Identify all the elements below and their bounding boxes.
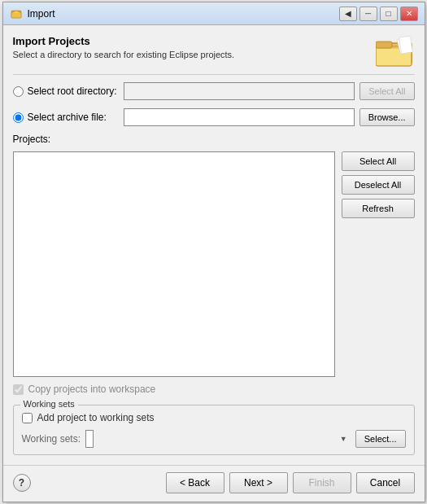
select-working-sets-button[interactable]: Select... — [355, 430, 406, 448]
back-button[interactable]: ◀ — [339, 7, 357, 21]
next-button[interactable]: Next > — [229, 472, 288, 493]
working-sets-input-row: Working sets: ▼ Select... — [22, 430, 406, 448]
working-sets-select-wrapper: ▼ — [85, 430, 351, 448]
close-button[interactable]: ✕ — [400, 7, 418, 21]
deselect-all-button[interactable]: Deselect All — [342, 175, 415, 195]
working-sets-field-label: Working sets: — [22, 433, 81, 445]
import-window: Import ◀ ─ □ ✕ Import Projects Select a … — [2, 2, 425, 502]
main-content: Import Projects Select a directory to se… — [3, 25, 425, 465]
archive-file-row: Select archive file: Browse... — [13, 107, 415, 127]
svg-rect-6 — [399, 36, 412, 54]
add-to-working-sets-checkbox[interactable] — [22, 413, 33, 423]
window-controls: ◀ ─ □ ✕ — [339, 7, 418, 21]
copy-projects-label: Copy projects into workspace — [28, 383, 156, 395]
copy-projects-checkbox[interactable] — [13, 384, 24, 395]
back-nav-button[interactable]: < Back — [166, 472, 224, 493]
projects-action-buttons: Select All Deselect All Refresh — [342, 151, 415, 377]
header-section: Import Projects Select a directory to se… — [13, 35, 415, 75]
select-arrow-icon: ▼ — [340, 435, 347, 443]
archive-file-browse-button[interactable]: Browse... — [359, 108, 415, 126]
archive-file-label[interactable]: Select archive file: — [13, 112, 119, 123]
page-title: Import Projects — [13, 35, 235, 47]
refresh-button[interactable]: Refresh — [342, 199, 415, 218]
header-folder-icon — [376, 35, 415, 68]
root-directory-input[interactable] — [124, 82, 355, 100]
archive-file-radio[interactable] — [13, 112, 24, 123]
window-icon — [10, 7, 23, 20]
working-sets-group: Working sets Add project to working sets… — [13, 405, 415, 455]
select-all-button[interactable]: Select All — [342, 151, 415, 171]
svg-rect-4 — [376, 42, 392, 48]
archive-file-input[interactable] — [124, 108, 355, 126]
working-sets-select[interactable] — [85, 430, 94, 448]
root-directory-browse-button[interactable]: Select All — [359, 82, 414, 100]
help-button[interactable]: ? — [13, 474, 31, 492]
add-working-sets-row: Add project to working sets — [22, 412, 406, 423]
working-sets-group-title: Working sets — [20, 399, 78, 409]
root-directory-row: Select root directory: Select All — [13, 81, 415, 101]
cancel-button[interactable]: Cancel — [356, 472, 415, 493]
maximize-button[interactable]: □ — [380, 7, 398, 21]
page-subtitle: Select a directory to search for existin… — [13, 50, 235, 59]
copy-projects-row: Copy projects into workspace — [13, 383, 415, 395]
footer: ? < Back Next > Finish Cancel — [3, 465, 425, 502]
footer-buttons: < Back Next > Finish Cancel — [166, 472, 415, 493]
projects-area: Select All Deselect All Refresh — [13, 151, 415, 377]
projects-label: Projects: — [13, 134, 415, 145]
footer-left: ? — [13, 474, 31, 492]
svg-rect-1 — [11, 12, 21, 18]
minimize-button[interactable]: ─ — [359, 7, 377, 21]
window-title: Import — [28, 8, 339, 20]
title-bar: Import ◀ ─ □ ✕ — [3, 2, 425, 25]
root-directory-radio[interactable] — [13, 86, 24, 97]
root-directory-label[interactable]: Select root directory: — [13, 85, 119, 97]
finish-button[interactable]: Finish — [293, 472, 351, 493]
projects-list[interactable] — [13, 151, 335, 377]
header-text: Import Projects Select a directory to se… — [13, 35, 235, 59]
add-to-working-sets-label: Add project to working sets — [37, 412, 155, 423]
